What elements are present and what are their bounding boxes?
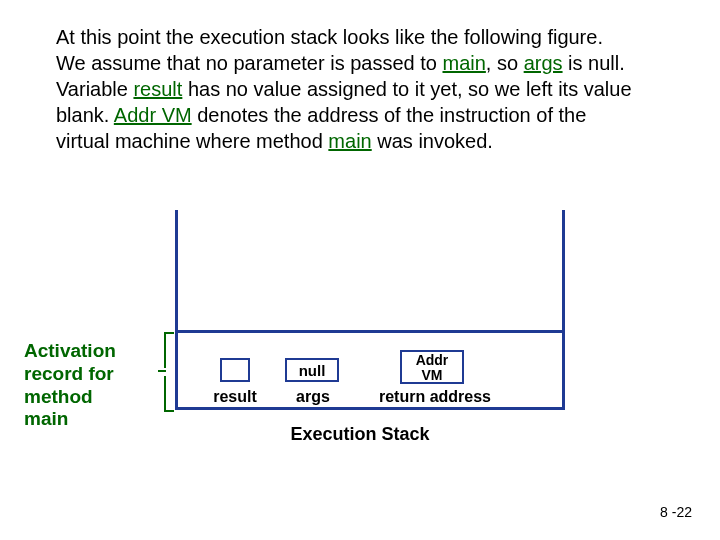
- stack-border-right: [562, 210, 565, 410]
- stack-border-left: [175, 210, 178, 410]
- args-label: args: [291, 388, 335, 406]
- keyword-main-1: main: [443, 52, 486, 74]
- activation-record-label: Activation record for method main: [24, 340, 164, 431]
- execution-stack-label: Execution Stack: [270, 424, 450, 445]
- args-cell: null: [285, 358, 339, 382]
- addr-line-2: VM: [422, 367, 443, 383]
- activation-line-4: main: [24, 408, 68, 429]
- activation-record-divider: [175, 330, 565, 333]
- description-paragraph: At this point the execution stack looks …: [56, 24, 636, 154]
- keyword-result: result: [133, 78, 182, 100]
- text-6: was invoked.: [372, 130, 493, 152]
- page-number: 8 -22: [660, 504, 692, 520]
- activation-line-1: Activation: [24, 340, 116, 361]
- return-address-label: return address: [365, 388, 505, 406]
- slide: At this point the execution stack looks …: [0, 0, 720, 540]
- activation-line-2: record for: [24, 363, 114, 384]
- execution-stack-diagram: null Addr VM result args return address: [175, 210, 565, 410]
- keyword-main-2: main: [328, 130, 371, 152]
- addr-value: Addr VM: [402, 353, 462, 384]
- keyword-addr-vm: Addr VM: [114, 104, 192, 126]
- keyword-args: args: [524, 52, 563, 74]
- stack-container: null Addr VM result args return address: [175, 210, 565, 410]
- stack-border-bottom: [175, 407, 565, 410]
- result-label: result: [207, 388, 263, 406]
- return-address-cell: Addr VM: [400, 350, 464, 384]
- args-value: null: [287, 362, 337, 379]
- addr-line-1: Addr: [416, 352, 449, 368]
- activation-line-3: method: [24, 386, 93, 407]
- bracket-icon: [160, 332, 174, 412]
- text-2: , so: [486, 52, 524, 74]
- result-cell: [220, 358, 250, 382]
